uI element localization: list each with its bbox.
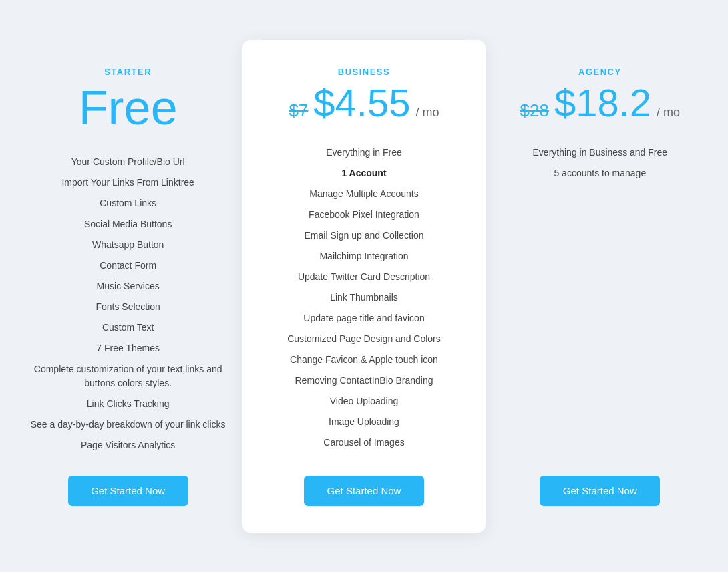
get-started-button-starter[interactable]: Get Started Now [68,476,188,506]
list-item: Video Uploading [262,391,465,412]
list-item: Link Thumbnails [262,287,465,308]
list-item: Import Your Links From Linktree [27,172,229,193]
list-item: Custom Links [27,193,229,214]
list-item: Custom Text [27,317,229,338]
list-item: Change Favicon & Apple touch icon [262,349,465,370]
list-item: Update Twitter Card Description [262,267,465,287]
pricing-container: STARTERFreeYour Custom Profile/Bio UrlIm… [13,47,715,526]
plan-price-unit-agency: / mo [657,106,680,120]
feature-list-business: Everything in Free1 AccountManage Multip… [262,142,465,456]
list-item: Music Services [27,276,229,297]
list-item: 5 accounts to manage [499,163,701,184]
plan-card-starter: STARTERFreeYour Custom Profile/Bio UrlIm… [13,47,242,526]
list-item: Mailchimp Integration [262,246,465,267]
list-item: Whatsapp Button [27,235,229,255]
list-item: Customized Page Design and Colors [262,329,465,349]
list-item: Social Media Buttons [27,214,229,235]
feature-list-starter: Your Custom Profile/Bio UrlImport Your L… [27,152,229,456]
list-item: Manage Multiple Accounts [262,184,465,204]
plan-price-unit-business: / mo [416,106,439,120]
list-item: Update page title and favicon [262,308,465,329]
list-item: Everything in Free [262,142,465,163]
list-item: Complete customization of your text,link… [27,359,229,394]
plan-label-agency: AGENCY [578,67,622,77]
list-item: Page Visitors Analytics [27,435,229,456]
plan-price-starter: Free [79,84,178,132]
list-item: 1 Account [262,163,465,184]
feature-list-agency: Everything in Business and Free5 account… [499,142,701,456]
list-item: Link Clicks Tracking [27,394,229,414]
list-item: Your Custom Profile/Bio Url [27,152,229,172]
plan-card-agency: AGENCY$28$18.2/ moEverything in Business… [486,47,715,526]
get-started-button-business[interactable]: Get Started Now [304,476,424,506]
plan-label-starter: STARTER [104,67,152,77]
list-item: Facebook Pixel Integration [262,204,465,225]
list-item: Image Uploading [262,412,465,432]
plan-price-new-business: $4.55 [313,84,410,122]
get-started-button-agency[interactable]: Get Started Now [540,476,660,506]
list-item: Email Sign up and Collection [262,225,465,246]
list-item: See a day-by-day breakdown of your link … [27,414,229,435]
plan-price-new-agency: $18.2 [554,84,651,122]
list-item: Removing ContactInBio Branding [262,370,465,391]
plan-price-row-agency: $28$18.2/ mo [520,84,681,122]
plan-price-row-business: $7$4.55/ mo [289,84,439,122]
plan-price-old-agency: $28 [520,100,549,121]
plan-price-old-business: $7 [289,100,308,121]
list-item: 7 Free Themes [27,338,229,359]
list-item: Carousel of Images [262,432,465,453]
plan-label-business: BUSINESS [338,67,390,77]
list-item: Fonts Selection [27,297,229,317]
list-item: Contact Form [27,255,229,276]
plan-card-business: BUSINESS$7$4.55/ moEverything in Free1 A… [242,40,485,533]
list-item: Everything in Business and Free [499,142,701,163]
